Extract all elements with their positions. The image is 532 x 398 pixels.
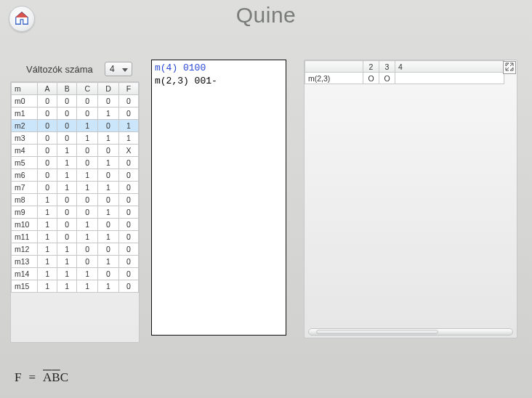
- tt-cell[interactable]: 0: [98, 120, 119, 132]
- tt-cell[interactable]: 0: [57, 95, 77, 107]
- tt-cell[interactable]: 0: [57, 120, 77, 132]
- tt-cell[interactable]: 1: [57, 157, 77, 169]
- table-row[interactable]: m1411100: [12, 268, 139, 280]
- tt-cell[interactable]: 0: [118, 182, 138, 194]
- tt-cell[interactable]: 0: [38, 120, 57, 132]
- tt-cell[interactable]: 0: [77, 95, 98, 107]
- coverage-table[interactable]: 234 m(2,3)OO: [305, 60, 504, 84]
- tt-cell[interactable]: 0: [98, 169, 119, 182]
- tt-cell[interactable]: 0: [57, 132, 77, 145]
- tt-cell[interactable]: 1: [38, 243, 57, 256]
- cov-cell[interactable]: [395, 73, 504, 84]
- tt-cell[interactable]: 0: [118, 219, 138, 231]
- tt-cell[interactable]: 1: [77, 182, 98, 194]
- tt-cell[interactable]: 1: [57, 169, 77, 182]
- table-row[interactable]: m200101: [12, 120, 139, 132]
- tt-cell[interactable]: 0: [118, 169, 138, 182]
- tt-cell[interactable]: 0: [98, 243, 119, 256]
- cov-cell[interactable]: O: [379, 73, 395, 84]
- tt-cell[interactable]: 1: [77, 231, 98, 243]
- tt-cell[interactable]: 0: [77, 243, 98, 256]
- table-row[interactable]: m910010: [12, 206, 139, 219]
- tt-cell[interactable]: 1: [98, 256, 119, 268]
- table-row[interactable]: m1110110: [12, 231, 139, 243]
- table-row[interactable]: m810000: [12, 194, 139, 206]
- tt-cell[interactable]: 0: [118, 231, 138, 243]
- tt-cell[interactable]: 1: [38, 194, 57, 206]
- coverage-scrollbar[interactable]: [308, 328, 513, 336]
- tt-cell[interactable]: 0: [118, 107, 138, 120]
- tt-cell[interactable]: 0: [118, 157, 138, 169]
- table-row[interactable]: m1010100: [12, 219, 139, 231]
- tt-cell[interactable]: 0: [118, 280, 138, 293]
- tt-cell[interactable]: 0: [98, 95, 119, 107]
- tt-cell[interactable]: 1: [57, 280, 77, 293]
- cov-row[interactable]: m(2,3)OO: [305, 73, 504, 84]
- tt-cell[interactable]: 0: [118, 194, 138, 206]
- tt-cell[interactable]: 0: [98, 219, 119, 231]
- tt-cell[interactable]: 0: [77, 206, 98, 219]
- tt-cell[interactable]: 0: [38, 132, 57, 145]
- tt-cell[interactable]: 1: [118, 132, 138, 145]
- tt-cell[interactable]: 0: [38, 182, 57, 194]
- tt-cell[interactable]: 0: [77, 157, 98, 169]
- tt-cell[interactable]: 1: [98, 231, 119, 243]
- tt-cell[interactable]: 1: [98, 132, 119, 145]
- tt-cell[interactable]: 1: [98, 182, 119, 194]
- tt-cell[interactable]: 0: [38, 169, 57, 182]
- table-row[interactable]: m1211000: [12, 243, 139, 256]
- tt-cell[interactable]: 0: [98, 268, 119, 280]
- tt-cell[interactable]: 0: [118, 256, 138, 268]
- table-row[interactable]: m1311010: [12, 256, 139, 268]
- tt-cell[interactable]: 1: [38, 256, 57, 268]
- table-row[interactable]: m501010: [12, 157, 139, 169]
- table-row[interactable]: m40100X: [12, 145, 139, 157]
- tt-cell[interactable]: 0: [38, 95, 57, 107]
- tt-cell[interactable]: 1: [57, 256, 77, 268]
- table-row[interactable]: m601100: [12, 169, 139, 182]
- tt-cell[interactable]: 0: [77, 145, 98, 157]
- tt-cell[interactable]: 0: [57, 231, 77, 243]
- tt-cell[interactable]: 1: [98, 107, 119, 120]
- truth-table[interactable]: mABCDF m000000m100010m200101m300111m4010…: [11, 82, 139, 293]
- tt-cell[interactable]: 1: [77, 169, 98, 182]
- table-row[interactable]: m701110: [12, 182, 139, 194]
- table-row[interactable]: m100010: [12, 107, 139, 120]
- tt-cell[interactable]: 0: [118, 206, 138, 219]
- tt-cell[interactable]: 0: [118, 243, 138, 256]
- tt-cell[interactable]: 1: [77, 120, 98, 132]
- tt-cell[interactable]: 0: [77, 194, 98, 206]
- tt-cell[interactable]: 1: [38, 206, 57, 219]
- tt-cell[interactable]: 0: [57, 194, 77, 206]
- tt-cell[interactable]: 1: [57, 145, 77, 157]
- tt-cell[interactable]: 1: [77, 219, 98, 231]
- tt-cell[interactable]: 0: [57, 107, 77, 120]
- tt-cell[interactable]: 1: [57, 243, 77, 256]
- tt-cell[interactable]: 0: [98, 145, 119, 157]
- tt-cell[interactable]: 1: [57, 182, 77, 194]
- tt-cell[interactable]: 0: [57, 206, 77, 219]
- tt-cell[interactable]: X: [118, 145, 138, 157]
- tt-cell[interactable]: 1: [77, 280, 98, 293]
- table-row[interactable]: m1511110: [12, 280, 139, 293]
- tt-cell[interactable]: 1: [98, 206, 119, 219]
- tt-cell[interactable]: 0: [118, 95, 138, 107]
- tt-cell[interactable]: 0: [77, 107, 98, 120]
- table-row[interactable]: m000000: [12, 95, 139, 107]
- tt-cell[interactable]: 0: [118, 268, 138, 280]
- tt-cell[interactable]: 0: [77, 256, 98, 268]
- tt-cell[interactable]: 1: [77, 268, 98, 280]
- var-count-select[interactable]: 4: [105, 62, 132, 76]
- tt-cell[interactable]: 0: [38, 157, 57, 169]
- expand-button[interactable]: [503, 61, 516, 74]
- cov-cell[interactable]: O: [363, 73, 379, 84]
- tt-cell[interactable]: 1: [118, 120, 138, 132]
- tt-cell[interactable]: 1: [38, 219, 57, 231]
- tt-cell[interactable]: 0: [57, 219, 77, 231]
- table-row[interactable]: m300111: [12, 132, 139, 145]
- tt-cell[interactable]: 1: [98, 157, 119, 169]
- tt-cell[interactable]: 1: [77, 132, 98, 145]
- tt-cell[interactable]: 1: [57, 268, 77, 280]
- tt-cell[interactable]: 1: [38, 268, 57, 280]
- tt-cell[interactable]: 0: [98, 194, 119, 206]
